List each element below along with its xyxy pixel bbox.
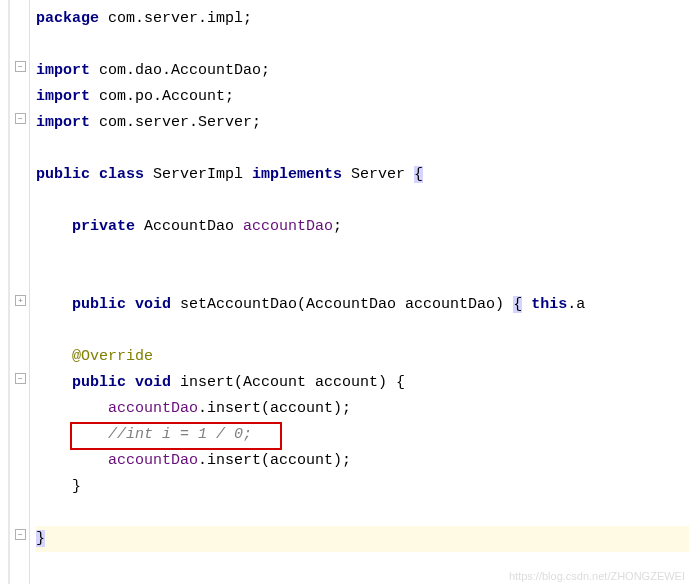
keyword: public <box>36 166 90 183</box>
keyword: class <box>99 166 144 183</box>
text: setAccountDao(AccountDao accountDao) <box>171 296 513 313</box>
fold-icon[interactable]: − <box>15 61 26 72</box>
code-line: accountDao.insert(account); <box>36 396 689 422</box>
text: com.po.Account; <box>90 88 234 105</box>
code-line: import com.po.Account; <box>36 84 689 110</box>
code-line: public void insert(Account account) { <box>36 370 689 396</box>
text: com.dao.AccountDao; <box>90 62 270 79</box>
text: ServerImpl <box>144 166 252 183</box>
code-line: //int i = 1 / 0; <box>36 422 689 448</box>
code-line: package com.server.impl; <box>36 6 689 32</box>
keyword: import <box>36 62 90 79</box>
fold-icon[interactable]: − <box>15 529 26 540</box>
code-line: accountDao.insert(account); <box>36 448 689 474</box>
text: } <box>72 478 81 495</box>
current-line: } <box>36 526 689 552</box>
field-name: accountDao <box>108 400 198 417</box>
code-line <box>36 188 689 214</box>
text: .insert(account); <box>198 400 351 417</box>
keyword: import <box>36 88 90 105</box>
code-line: } <box>36 474 689 500</box>
keyword: this <box>531 296 567 313</box>
brace-highlight: { <box>513 296 522 313</box>
text: com.server.Server; <box>90 114 261 131</box>
annotation: @Override <box>72 348 153 365</box>
code-line: import com.server.Server; <box>36 110 689 136</box>
text: AccountDao <box>135 218 243 235</box>
code-line: import com.dao.AccountDao; <box>36 58 689 84</box>
code-line: private AccountDao accountDao; <box>36 214 689 240</box>
gutter: − − + − − <box>0 0 30 584</box>
text: Server <box>342 166 414 183</box>
code-line <box>36 136 689 162</box>
code-line <box>36 266 689 292</box>
fold-icon[interactable]: − <box>15 113 26 124</box>
text: insert(Account account) <box>171 374 396 391</box>
keyword: private <box>72 218 135 235</box>
code-line <box>36 32 689 58</box>
text: ; <box>333 218 342 235</box>
keyword: public <box>72 296 126 313</box>
code-line: @Override <box>36 344 689 370</box>
fold-icon[interactable]: + <box>15 295 26 306</box>
code-line <box>36 500 689 526</box>
keyword: package <box>36 10 99 27</box>
watermark: https://blog.csdn.net/ZHONGZEWEI <box>509 570 685 582</box>
code-line: public void setAccountDao(AccountDao acc… <box>36 292 689 318</box>
keyword: import <box>36 114 90 131</box>
code-line <box>36 318 689 344</box>
keyword: public <box>72 374 126 391</box>
text: com.server.impl; <box>99 10 252 27</box>
code-editor: − − + − − package com.server.impl; impor… <box>0 0 689 584</box>
text: { <box>396 374 405 391</box>
code-line <box>36 240 689 266</box>
text: .a <box>567 296 585 313</box>
keyword: implements <box>252 166 342 183</box>
keyword: void <box>135 296 171 313</box>
keyword: void <box>135 374 171 391</box>
gutter-line <box>8 0 10 584</box>
brace-highlight: } <box>36 530 45 547</box>
brace-highlight: { <box>414 166 423 183</box>
text: .insert(account); <box>198 452 351 469</box>
field-name: accountDao <box>243 218 333 235</box>
fold-icon[interactable]: − <box>15 373 26 384</box>
comment: //int i = 1 / 0; <box>108 426 252 443</box>
code-area[interactable]: package com.server.impl; import com.dao.… <box>30 0 689 584</box>
field-name: accountDao <box>108 452 198 469</box>
code-line: public class ServerImpl implements Serve… <box>36 162 689 188</box>
